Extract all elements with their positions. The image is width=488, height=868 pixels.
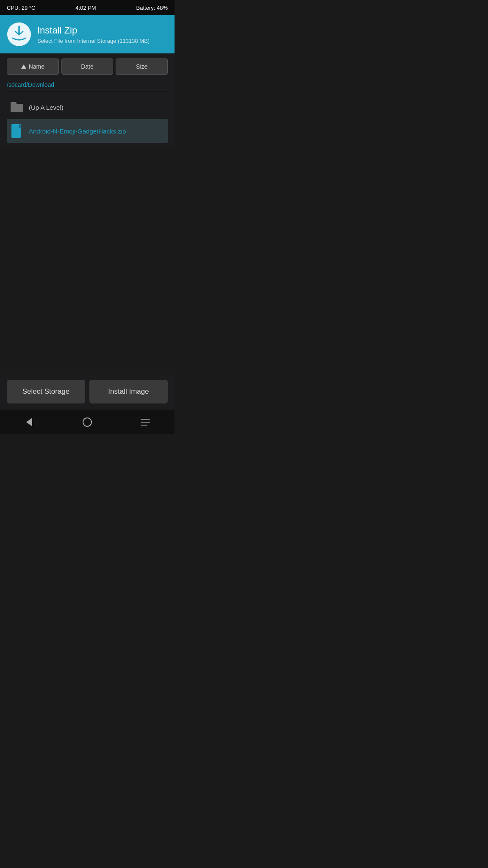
sort-by-size-button[interactable]: Size: [116, 58, 168, 75]
home-button[interactable]: [77, 412, 98, 433]
list-item[interactable]: Android-N-Emoji-GadgetHacks.zip: [7, 119, 168, 143]
sort-buttons: Name Date Size: [7, 58, 168, 75]
file-list: (Up A Level) Android-N-Emoji-GadgetHacks…: [7, 95, 168, 143]
cpu-status: CPU: 29 °C: [7, 5, 35, 11]
bottom-buttons: Select Storage Install Image: [0, 375, 175, 409]
folder-icon: [10, 100, 24, 114]
install-image-button[interactable]: Install Image: [89, 380, 168, 403]
back-arrow-icon: [26, 418, 32, 426]
page-title: Install Zip: [37, 25, 150, 36]
menu-icon: [141, 419, 150, 426]
select-storage-button[interactable]: Select Storage: [7, 380, 85, 403]
back-button[interactable]: [19, 412, 40, 433]
time-status: 4:02 PM: [75, 5, 96, 11]
file-name: (Up A Level): [29, 104, 64, 111]
header: Install Zip Select File from Internal St…: [0, 15, 175, 53]
home-icon: [83, 417, 92, 427]
main-content: Name Date Size /sdcard/Download (Up A Le…: [0, 53, 175, 148]
current-path: /sdcard/Download: [7, 81, 168, 91]
battery-status: Battery: 48%: [136, 5, 168, 11]
list-item[interactable]: (Up A Level): [7, 95, 168, 119]
nav-bar: [0, 410, 175, 434]
file-name: Android-N-Emoji-GadgetHacks.zip: [29, 128, 126, 135]
sort-by-name-button[interactable]: Name: [7, 58, 59, 75]
app-icon: [7, 22, 31, 47]
page-subtitle: Select File from Internal Storage (11313…: [37, 38, 150, 44]
sort-by-date-button[interactable]: Date: [61, 58, 114, 75]
zip-icon: [10, 124, 24, 138]
header-text: Install Zip Select File from Internal St…: [37, 25, 150, 44]
menu-button[interactable]: [135, 412, 156, 433]
status-bar: CPU: 29 °C 4:02 PM Battery: 48%: [0, 0, 175, 15]
sort-arrow-icon: [21, 64, 26, 69]
